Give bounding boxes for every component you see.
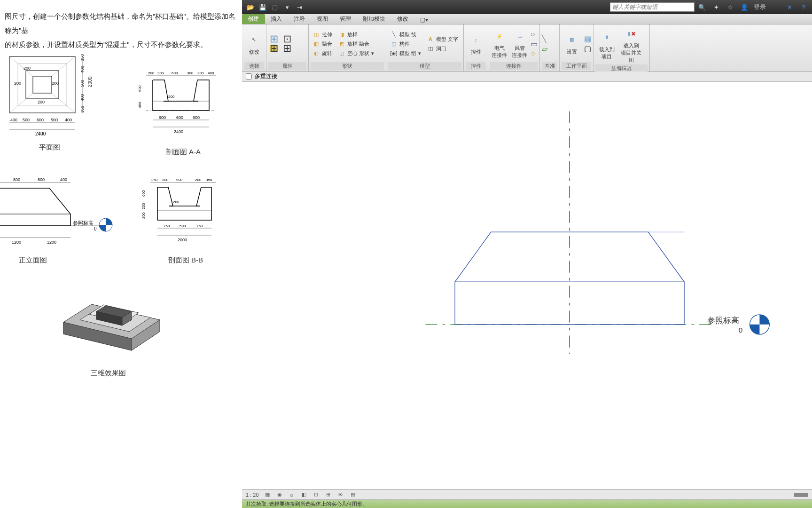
tab-insert[interactable]: 插入 bbox=[265, 14, 288, 24]
help-icon[interactable]: ? bbox=[799, 2, 808, 12]
sweep-button[interactable]: ◨放样 bbox=[336, 30, 376, 39]
multi-join-label: 多重连接 bbox=[255, 72, 277, 80]
save-icon[interactable]: 💾 bbox=[258, 2, 267, 12]
tab-view[interactable]: 视图 bbox=[311, 14, 334, 24]
switch-win-icon[interactable] bbox=[794, 493, 808, 497]
ref-plane-icon[interactable]: ▱ bbox=[542, 44, 547, 53]
inst-props-icon: ⊞ bbox=[283, 45, 291, 52]
svg-text:600: 600 bbox=[172, 71, 178, 75]
extrude-button[interactable]: ◫拉伸 bbox=[311, 30, 334, 39]
ref-line-icon[interactable]: ╲ bbox=[542, 34, 547, 43]
search-input[interactable] bbox=[610, 2, 695, 12]
detail-level-icon[interactable]: ▦ bbox=[264, 492, 271, 498]
extrude-icon: ◫ bbox=[312, 31, 320, 38]
model-line-button[interactable]: ╲模型 线 bbox=[388, 30, 423, 39]
svg-text:500: 500 bbox=[23, 118, 30, 122]
svg-text:200: 200 bbox=[168, 95, 175, 99]
svg-text:2000: 2000 bbox=[87, 76, 93, 87]
svg-text:1200: 1200 bbox=[12, 240, 21, 245]
set-workplane-button[interactable]: ▦ 设置 bbox=[562, 32, 582, 56]
sweep-icon: ◨ bbox=[338, 31, 345, 38]
cursor-icon: ↖ bbox=[247, 32, 262, 48]
tab-create[interactable]: 创建 bbox=[242, 14, 265, 24]
login-label[interactable]: 登录 bbox=[754, 3, 766, 11]
star-icon[interactable]: ☆ bbox=[726, 2, 735, 12]
show-wp-icon[interactable]: ▦ bbox=[584, 34, 591, 43]
svg-text:400: 400 bbox=[80, 66, 85, 73]
modify-button[interactable]: ↖ 修改 bbox=[244, 32, 264, 56]
exchange-icon[interactable]: ✕ bbox=[785, 2, 794, 12]
open-icon[interactable]: 📂 bbox=[246, 2, 255, 12]
svg-text:200: 200 bbox=[52, 81, 59, 86]
sync-icon[interactable]: ⬚ bbox=[270, 2, 280, 12]
svg-text:2400: 2400 bbox=[174, 129, 183, 134]
shadow-icon[interactable]: ◧ bbox=[300, 492, 308, 498]
tab-modify[interactable]: 修改 bbox=[391, 14, 414, 24]
tab-overflow-icon[interactable]: ▢▾ bbox=[414, 16, 434, 24]
elec-connector-button[interactable]: ⚡ 电气 连接件 bbox=[490, 28, 508, 60]
conduit-icon[interactable]: ○ bbox=[531, 49, 538, 58]
tab-addins[interactable]: 附加模块 bbox=[357, 14, 391, 24]
control-icon: ↕ bbox=[468, 32, 484, 48]
duct-icon: ▭ bbox=[512, 29, 527, 44]
options-bar: 多重连接 bbox=[242, 71, 812, 82]
pipe-icon[interactable]: ○ bbox=[531, 30, 538, 39]
svg-text:200: 200 bbox=[23, 66, 31, 71]
user-icon[interactable]: 👤 bbox=[740, 2, 749, 12]
family-types-button[interactable]: ⊞ bbox=[268, 44, 280, 53]
binoculars-icon[interactable]: 🔍 bbox=[697, 2, 707, 12]
reveal-icon[interactable]: ▤ bbox=[349, 492, 357, 498]
model-group-button[interactable]: [⊞]模型 组 ▾ bbox=[388, 49, 423, 57]
swept-blend-button[interactable]: ◩放样 融合 bbox=[336, 40, 376, 48]
workplane-icon: ▦ bbox=[564, 32, 579, 48]
ribbon-tabs: 创建 插入 注释 视图 管理 附加模块 修改 ▢▾ bbox=[242, 14, 812, 24]
threed-label: 三维效果图 bbox=[49, 369, 167, 378]
revolve-button[interactable]: ◐旋转 bbox=[311, 49, 334, 57]
blend-button[interactable]: ◧融合 bbox=[311, 40, 334, 48]
model-text-button[interactable]: A模型 文字 bbox=[425, 35, 460, 43]
opening-button[interactable]: ◫洞口 bbox=[425, 44, 460, 53]
duct-connector-button[interactable]: ▭ 风管 连接件 bbox=[510, 28, 529, 60]
component-button[interactable]: ◫构件 bbox=[388, 40, 423, 48]
revit-app: 📂 💾 ⬚ ▾ ⇥ 🔍 ✦ ☆ 👤 登录 ✕ ? 创建 插入 注释 视图 管理 … bbox=[242, 0, 812, 508]
key-icon[interactable]: ✦ bbox=[711, 2, 721, 12]
visual-style-icon[interactable]: ◉ bbox=[276, 492, 283, 498]
load-project-button[interactable]: ⬆ 载入到 项目 bbox=[595, 29, 618, 61]
dropdown-icon[interactable]: ▾ bbox=[282, 2, 292, 12]
svg-text:900: 900 bbox=[176, 178, 183, 182]
svg-text:400: 400 bbox=[10, 118, 17, 122]
svg-text:900: 900 bbox=[193, 115, 200, 120]
hide-icon[interactable]: 👁 bbox=[337, 492, 344, 498]
tab-annotate[interactable]: 注释 bbox=[288, 14, 311, 24]
svg-text:450: 450 bbox=[138, 102, 142, 108]
scale-label[interactable]: 1 : 20 bbox=[246, 492, 259, 498]
svg-text:200: 200 bbox=[148, 71, 155, 75]
viewer-icon[interactable]: ▢ bbox=[584, 44, 591, 53]
ribbon: ↖ 修改 选择 ⊞ ⊞ ⊡ ⊞ 属性 ◫拉伸 bbox=[242, 24, 812, 71]
crop-icon[interactable]: ⊡ bbox=[312, 492, 320, 498]
load-close-button[interactable]: ⬆✖ 载入到 项目并关闭 bbox=[620, 25, 642, 64]
svg-text:2400: 2400 bbox=[35, 131, 46, 136]
void-icon: ◫ bbox=[338, 49, 345, 57]
sun-path-icon[interactable]: ☼ bbox=[288, 492, 296, 498]
svg-text:200: 200 bbox=[38, 100, 45, 104]
drawing-canvas[interactable]: 参照标高 0 bbox=[242, 82, 812, 489]
section-aa-svg: 200 300 600 300 200 400 600 450 200 900 … bbox=[136, 66, 230, 146]
view-control-bar: 1 : 20 ▦ ◉ ☼ ◧ ⊡ ⊞ 👁 ▤ bbox=[242, 489, 812, 500]
reference-document: 图尺寸，创建一个公制参数化结构基础，命名为"杯口基础"。给模型添加名称为"基 的… bbox=[0, 0, 242, 508]
crop-vis-icon[interactable]: ⊞ bbox=[325, 492, 332, 498]
svg-text:200: 200 bbox=[14, 81, 21, 86]
svg-text:300: 300 bbox=[157, 71, 164, 75]
svg-line-7 bbox=[52, 93, 75, 113]
tab-manage[interactable]: 管理 bbox=[334, 14, 357, 24]
cable-icon[interactable]: ▭ bbox=[531, 40, 538, 48]
svg-text:600: 600 bbox=[138, 85, 142, 92]
multi-join-checkbox[interactable] bbox=[246, 73, 252, 79]
inst-props-button[interactable]: ⊞ bbox=[281, 44, 293, 53]
section-aa-label: 剖面图 A-A bbox=[136, 148, 230, 157]
svg-text:600: 600 bbox=[176, 115, 183, 120]
void-button[interactable]: ◫空心 形状 ▾ bbox=[336, 49, 376, 57]
elec-icon: ⚡ bbox=[492, 29, 507, 44]
control-button[interactable]: ↕ 控件 bbox=[466, 32, 486, 56]
expand-icon[interactable]: ⇥ bbox=[295, 2, 304, 12]
